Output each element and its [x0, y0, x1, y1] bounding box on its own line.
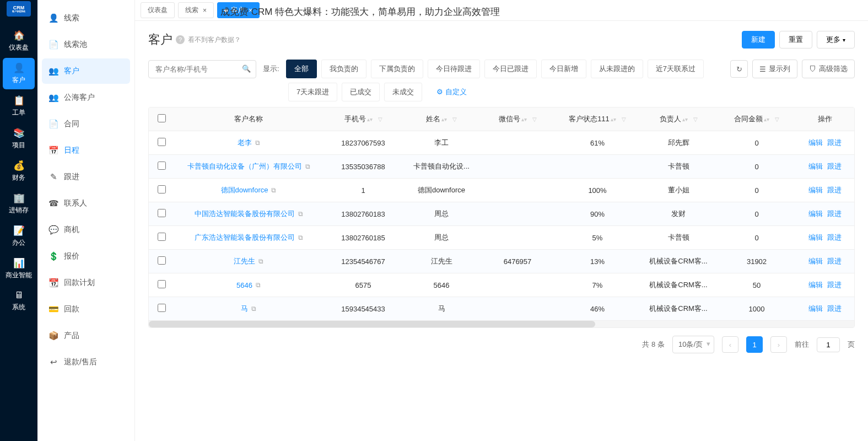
sidebar-item-客户[interactable]: 👥客户 [42, 58, 130, 84]
row-checkbox[interactable] [158, 256, 166, 265]
copy-icon[interactable]: ⧉ [271, 186, 276, 194]
filter-pill-下属负责的[interactable]: 下属负责的 [371, 60, 423, 78]
sidebar-item-合同[interactable]: 📄合同 [42, 111, 130, 137]
sort-icon[interactable]: ▴▾ [682, 118, 688, 121]
edit-link[interactable]: 编辑 [808, 138, 823, 147]
sort-icon[interactable]: ▴▾ [764, 118, 769, 121]
sidebar-item-商机[interactable]: 💬商机 [42, 217, 130, 243]
follow-link[interactable]: 跟进 [827, 138, 842, 147]
edit-link[interactable]: 编辑 [808, 209, 823, 218]
sidebar-item-报价[interactable]: 💲报价 [42, 244, 130, 269]
rail-item-进销存[interactable]: 🏢进销存 [3, 188, 35, 219]
filter-icon[interactable]: ▽ [693, 116, 698, 122]
row-checkbox[interactable] [158, 138, 166, 146]
filter-icon[interactable]: ▽ [378, 116, 382, 122]
filter-pill-未成交[interactable]: 未成交 [384, 83, 422, 101]
new-button[interactable]: 新建 [742, 31, 775, 49]
row-checkbox[interactable] [158, 280, 166, 288]
rail-item-财务[interactable]: 💰财务 [3, 155, 35, 187]
rail-item-商业智能[interactable]: 📊商业智能 [3, 253, 35, 284]
search-icon[interactable]: 🔍 [242, 64, 251, 73]
refresh-button[interactable]: ↻ [730, 60, 748, 78]
sidebar-item-退款/售后[interactable]: ↩退款/售后 [42, 349, 130, 375]
customer-name-link[interactable]: 5646 [236, 281, 252, 289]
filter-icon[interactable]: ▽ [452, 116, 457, 122]
filter-pill-今日已跟进[interactable]: 今日已跟进 [484, 60, 537, 78]
pager-next[interactable]: › [770, 336, 787, 353]
rail-item-系统[interactable]: 🖥系统 [3, 286, 35, 316]
edit-link[interactable]: 编辑 [808, 257, 823, 265]
sidebar-item-跟进[interactable]: ✎跟进 [42, 164, 130, 190]
row-checkbox[interactable] [158, 162, 166, 170]
close-icon[interactable]: × [203, 7, 207, 14]
customer-name-link[interactable]: 江先生 [234, 256, 255, 266]
tab-仪表盘[interactable]: 仪表盘 [141, 2, 175, 18]
sort-icon[interactable]: ▴▾ [441, 118, 447, 121]
copy-icon[interactable]: ⧉ [305, 163, 310, 170]
sort-icon[interactable]: ▴▾ [367, 118, 373, 121]
copy-icon[interactable]: ⧉ [256, 281, 261, 289]
tab-线索[interactable]: 线索× [178, 2, 214, 18]
follow-link[interactable]: 跟进 [827, 257, 842, 265]
sort-icon[interactable]: ▴▾ [521, 118, 527, 121]
col-header-客户状态111[interactable]: 客户状态111▴▾▽ [556, 107, 639, 131]
filter-pill-全部[interactable]: 全部 [286, 60, 317, 78]
col-header-姓名[interactable]: 姓名▴▾▽ [403, 107, 479, 131]
rail-item-工单[interactable]: 📋工单 [3, 90, 35, 122]
select-all-checkbox[interactable] [158, 114, 166, 122]
table-scrollbar[interactable] [149, 321, 854, 327]
copy-icon[interactable]: ⧉ [255, 139, 260, 147]
follow-link[interactable]: 跟进 [827, 162, 842, 170]
rail-item-项目[interactable]: 📚项目 [3, 123, 35, 154]
col-header-负责人[interactable]: 负责人▴▾▽ [639, 107, 718, 131]
columns-button[interactable]: ☰显示列 [752, 60, 797, 78]
rail-item-办公[interactable]: 📝办公 [3, 220, 35, 252]
sidebar-item-公海客户[interactable]: 👥公海客户 [42, 85, 130, 110]
follow-link[interactable]: 跟进 [827, 304, 842, 313]
col-header-操作[interactable]: 操作 [796, 107, 854, 131]
filter-pill-近7天联系过[interactable]: 近7天联系过 [648, 60, 704, 78]
sidebar-item-日程[interactable]: 📅日程 [42, 138, 130, 163]
copy-icon[interactable]: ⧉ [258, 257, 263, 265]
filter-icon[interactable]: ▽ [532, 116, 537, 122]
rail-item-仪表盘[interactable]: 🏠仪表盘 [3, 25, 35, 57]
follow-link[interactable]: 跟进 [827, 186, 842, 194]
follow-link[interactable]: 跟进 [827, 209, 842, 218]
filter-pill-今日新增[interactable]: 今日新增 [541, 60, 586, 78]
edit-link[interactable]: 编辑 [808, 281, 823, 289]
custom-filter-button[interactable]: 自定义 [429, 83, 475, 101]
sidebar-item-回款[interactable]: 💳回款 [42, 297, 130, 322]
filter-pill-从未跟进的[interactable]: 从未跟进的 [591, 60, 643, 78]
filter-pill-已成交[interactable]: 已成交 [342, 83, 380, 101]
sidebar-item-线索[interactable]: 👤线索 [42, 6, 130, 31]
row-checkbox[interactable] [158, 233, 166, 241]
follow-link[interactable]: 跟进 [827, 281, 842, 289]
col-header-微信号[interactable]: 微信号▴▾▽ [479, 107, 556, 131]
help-icon[interactable]: ? [176, 35, 185, 44]
reset-button[interactable]: 重置 [779, 31, 812, 49]
customer-name-link[interactable]: 马 [241, 304, 248, 314]
sidebar-item-回款计划[interactable]: 📆回款计划 [42, 270, 130, 295]
filter-icon[interactable]: ▽ [622, 116, 626, 122]
sidebar-item-产品[interactable]: 📦产品 [42, 323, 130, 348]
col-header-手机号[interactable]: 手机号▴▾▽ [323, 107, 403, 131]
filter-pill-我负责的[interactable]: 我负责的 [321, 60, 366, 78]
sidebar-item-线索池[interactable]: 📄线索池 [42, 32, 130, 57]
col-header-客户名称[interactable]: 客户名称 [174, 107, 323, 131]
follow-link[interactable]: 跟进 [827, 233, 842, 241]
customer-name-link[interactable]: 德国downforce [221, 185, 268, 195]
more-button[interactable]: 更多▾ [817, 31, 855, 49]
sort-icon[interactable]: ▴▾ [611, 118, 616, 121]
edit-link[interactable]: 编辑 [808, 304, 823, 313]
advanced-filter-button[interactable]: ⛉高级筛选 [802, 60, 855, 78]
copy-icon[interactable]: ⧉ [298, 210, 303, 218]
customer-name-link[interactable]: 老李 [238, 138, 252, 148]
edit-link[interactable]: 编辑 [808, 162, 823, 170]
copy-icon[interactable]: ⧉ [298, 234, 303, 241]
rail-item-客户[interactable]: 👤客户 [3, 58, 35, 89]
row-checkbox[interactable] [158, 209, 166, 217]
customer-name-link[interactable]: 卡普顿自动化设备（广州）有限公司 [187, 162, 302, 171]
row-checkbox[interactable] [158, 185, 166, 193]
copy-icon[interactable]: ⧉ [251, 305, 256, 313]
filter-icon[interactable]: ▽ [775, 116, 779, 122]
